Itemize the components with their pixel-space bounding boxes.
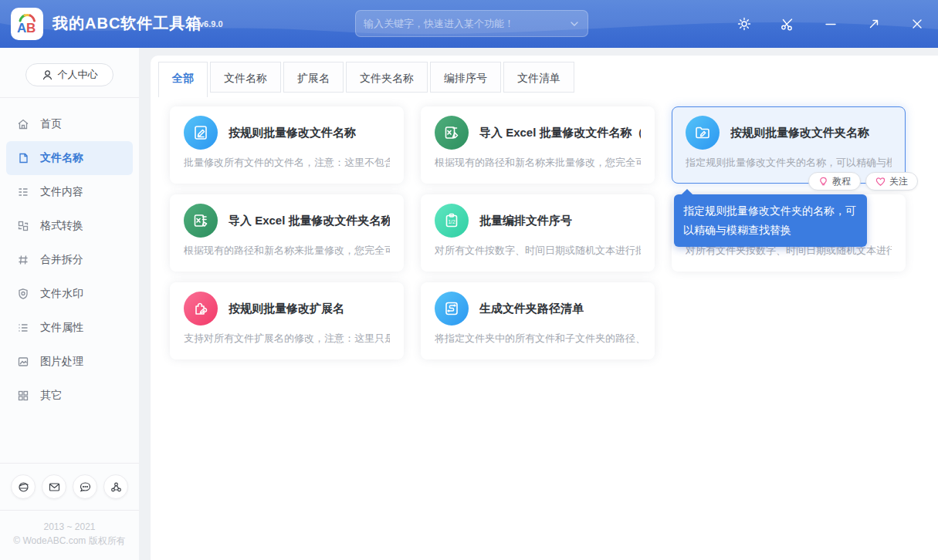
sidebar-bottom: 2013 ~ 2021 © WodeABC.com 版权所有 — [0, 452, 139, 560]
card-folder-sequence[interactable]: 对所有文件夹按数字、时间日期或随机文本进行批量 指定规则批量修改文件夹的名称，可… — [672, 194, 906, 272]
sidebar-item-file-name[interactable]: 文件名称 — [6, 141, 133, 175]
tutorial-label: 教程 — [832, 175, 851, 188]
main-panel: 全部 文件名称 扩展名 文件夹名称 编排序号 文件清单 按规则批量修改文件名称 … — [151, 56, 938, 560]
sidebar-item-label: 文件内容 — [40, 185, 83, 199]
card-title: 批量编排文件序号 — [479, 214, 572, 228]
sidebar: 个人中心 首页 文件名称 文件内容 格式转换 — [0, 48, 139, 560]
feature-grid: 按规则批量修改文件名称 批量修改所有文件的文件名，注意：这里不包含扩展 导入 E… — [170, 106, 906, 359]
card-desc: 指定规则批量修改文件夹的名称，可以精确与模糊查 — [686, 156, 892, 170]
maximize-icon[interactable] — [867, 17, 881, 31]
properties-icon — [17, 322, 29, 334]
card-excel-rename-folders[interactable]: 导入 Excel 批量修改文件夹名称 根据现有的路径和新名称来批量修改，您完全可… — [170, 194, 404, 272]
sidebar-item-other[interactable]: 其它 — [6, 379, 133, 413]
card-excel-rename-files[interactable]: 导入 Excel 批量修改文件名称（包含 根据现有的路径和新名称来批量修改，您完… — [421, 106, 655, 184]
svg-text:B: B — [26, 21, 36, 35]
card-desc: 将指定文件夹中的所有文件和子文件夹的路径、名称 — [435, 332, 641, 346]
tab-file-list[interactable]: 文件清单 — [503, 62, 574, 93]
tab-extension[interactable]: 扩展名 — [283, 62, 344, 93]
home-icon — [17, 118, 29, 130]
tutorial-button[interactable]: 教程 — [808, 172, 861, 191]
sidebar-menu: 首页 文件名称 文件内容 格式转换 合并拆分 — [0, 107, 139, 413]
sidebar-item-label: 其它 — [40, 389, 62, 403]
gear-icon[interactable] — [737, 17, 751, 31]
card-desc: 根据现有的路径和新名称来批量修改，您完全可以利 — [184, 244, 390, 258]
tab-folder-name[interactable]: 文件夹名称 — [346, 62, 428, 93]
card-change-extension[interactable]: 按规则批量修改扩展名 支持对所有文件扩展名的修改，注意：这里只是修改 — [170, 282, 404, 359]
sidebar-item-label: 文件名称 — [40, 151, 83, 165]
card-folder-path-list[interactable]: 生成文件夹路径清单 将指定文件夹中的所有文件和子文件夹的路径、名称 — [421, 282, 655, 359]
card-desc: 支持对所有文件扩展名的修改，注意：这里只是修改 — [184, 332, 390, 346]
sidebar-footer: 2013 ~ 2021 © WodeABC.com 版权所有 — [0, 520, 139, 560]
chat-icon[interactable] — [73, 474, 97, 499]
tab-all[interactable]: 全部 — [158, 62, 208, 97]
copyright-years: 2013 ~ 2021 — [0, 520, 139, 534]
folder-pencil-icon — [686, 116, 720, 150]
sidebar-item-image[interactable]: 图片处理 — [6, 345, 133, 379]
social-row — [0, 474, 139, 499]
svg-text:A: A — [17, 21, 26, 35]
card-desc: 对所有文件按数字、时间日期或随机文本进行批量修 — [435, 244, 641, 258]
sidebar-item-properties[interactable]: 文件属性 — [6, 311, 133, 345]
tabbar: 全部 文件名称 扩展名 文件夹名称 编排序号 文件清单 — [158, 62, 938, 97]
sidebar-item-label: 文件属性 — [40, 321, 83, 335]
sidebar-item-file-content[interactable]: 文件内容 — [6, 175, 133, 209]
sidebar-divider — [0, 510, 139, 511]
heart-icon — [875, 177, 886, 187]
browser-icon[interactable] — [11, 474, 36, 499]
chevron-down-icon[interactable] — [569, 19, 580, 29]
card-title: 生成文件夹路径清单 — [479, 302, 584, 316]
close-icon[interactable] — [910, 17, 924, 31]
puzzle-pencil-icon — [184, 292, 218, 326]
excel-folder-icon — [184, 204, 218, 238]
sidebar-item-label: 合并拆分 — [40, 253, 83, 267]
mail-icon[interactable] — [42, 474, 66, 499]
pencil-file-icon — [184, 116, 218, 150]
card-sequence-numbers[interactable]: 1/2 批量编排文件序号 对所有文件按数字、时间日期或随机文本进行批量修 — [421, 194, 655, 272]
tab-file-name[interactable]: 文件名称 — [210, 62, 281, 93]
scissors-icon[interactable] — [781, 17, 794, 31]
card-rename-folders[interactable]: 按规则批量修改文件夹名称 指定规则批量修改文件夹的名称，可以精确与模糊查 教程 … — [672, 106, 906, 184]
sidebar-item-watermark[interactable]: 文件水印 — [6, 277, 133, 311]
copyright-text: © WodeABC.com 版权所有 — [0, 534, 139, 548]
minimize-icon[interactable] — [824, 17, 838, 31]
sidebar-item-format-convert[interactable]: 格式转换 — [6, 209, 133, 243]
sidebar-item-merge-split[interactable]: 合并拆分 — [6, 243, 133, 277]
tooltip-text: 指定规则批量修改文件夹的名称，可以精确与模糊查找替换 — [683, 204, 856, 236]
follow-label: 关注 — [889, 175, 908, 188]
card-desc: 批量修改所有文件的文件名，注意：这里不包含扩展 — [184, 156, 390, 170]
tab-sequence[interactable]: 编排序号 — [430, 62, 501, 93]
quick-search[interactable] — [355, 10, 588, 37]
sidebar-item-home[interactable]: 首页 — [6, 107, 133, 141]
follow-button[interactable]: 关注 — [865, 172, 918, 191]
sidebar-item-label: 格式转换 — [40, 219, 83, 233]
bulb-icon — [818, 177, 828, 187]
merge-split-icon — [17, 254, 29, 266]
card-title: 导入 Excel 批量修改文件名称（包含 — [479, 126, 641, 140]
card-title: 按规则批量修改文件夹名称 — [730, 126, 869, 140]
card-title: 按规则批量修改文件名称 — [229, 126, 356, 140]
card-title: 导入 Excel 批量修改文件夹名称 — [229, 214, 390, 228]
file-icon — [17, 152, 29, 164]
sidebar-divider — [0, 463, 139, 464]
watermark-icon — [17, 288, 29, 300]
person-icon — [42, 69, 53, 81]
clipboard-number-icon: 1/2 — [435, 204, 469, 238]
sidebar-divider — [0, 97, 139, 98]
sidebar-item-label: 图片处理 — [40, 355, 83, 369]
app-logo: A B — [11, 8, 43, 40]
other-icon — [17, 390, 29, 402]
titlebar-icons — [737, 0, 924, 48]
profile-label: 个人中心 — [58, 68, 98, 82]
app-version: v6.9.0 — [199, 19, 223, 29]
share-icon[interactable] — [103, 474, 128, 499]
search-input[interactable] — [364, 18, 569, 29]
convert-icon — [17, 220, 29, 232]
svg-text:1/2: 1/2 — [449, 219, 455, 224]
card-title: 按规则批量修改扩展名 — [229, 302, 344, 316]
card-rename-files[interactable]: 按规则批量修改文件名称 批量修改所有文件的文件名，注意：这里不包含扩展 — [170, 106, 404, 184]
app-title: 我的ABC软件工具箱 — [52, 13, 201, 34]
route-icon — [435, 292, 469, 326]
sidebar-item-label: 文件水印 — [40, 287, 83, 301]
card-desc: 根据现有的路径和新名称来批量修改，您完全可以利 — [435, 156, 641, 170]
profile-button[interactable]: 个人中心 — [25, 63, 113, 86]
